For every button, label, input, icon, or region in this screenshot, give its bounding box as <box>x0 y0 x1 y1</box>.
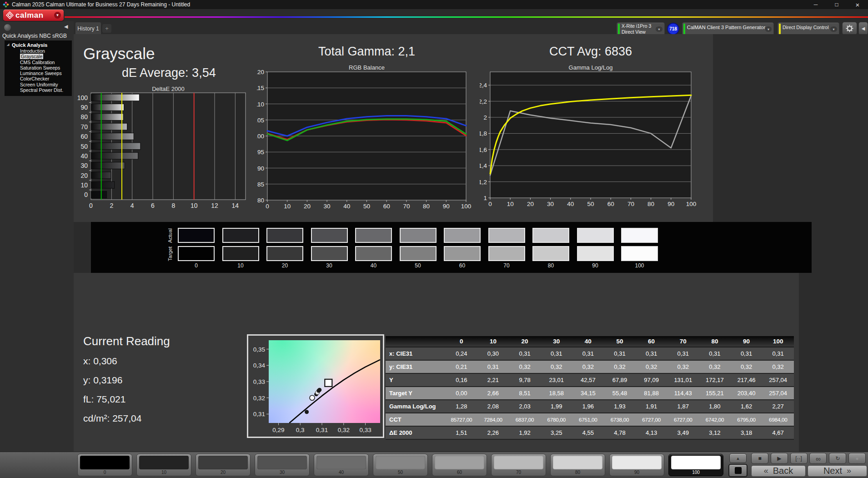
target-swatch-90 <box>577 246 614 261</box>
chevron-down-icon[interactable]: ▼ <box>656 26 662 32</box>
table-cell: 257,04 <box>762 390 794 397</box>
calman-logo-label: calman <box>15 11 44 20</box>
tree-expander-icon[interactable]: ◢ <box>7 43 9 46</box>
pattern-level-button-10[interactable]: 10 <box>136 454 191 476</box>
table-row-gamma-log-log: Gamma Log/Log1,282,082,031,991,961,931,9… <box>386 400 794 413</box>
band-level-label: 70 <box>488 262 525 269</box>
table-cell: 1,51 <box>446 429 477 436</box>
pattern-level-button-70[interactable]: 70 <box>491 454 546 476</box>
back-button[interactable]: «Back <box>751 465 806 477</box>
sidebar-item-saturation-sweeps[interactable]: Saturation Sweeps <box>5 65 72 70</box>
calman-diamond-icon <box>6 11 14 19</box>
sidebar-item-luminance-sweeps[interactable]: Luminance Sweeps <box>5 70 72 76</box>
svg-text:100: 100 <box>461 203 472 210</box>
display-control-name: Direct Display Control <box>783 25 829 30</box>
minimize-button[interactable]: ─ <box>805 0 826 9</box>
continuous-measure-button[interactable]: ∞ <box>809 453 827 464</box>
chevron-down-icon[interactable]: ▼ <box>765 26 772 32</box>
svg-text:0,31: 0,31 <box>253 411 265 418</box>
pattern-level-button-40[interactable]: 40 <box>314 454 369 476</box>
actual-swatch-30 <box>311 228 348 243</box>
level-label: 0 <box>78 470 132 475</box>
settings-button[interactable] <box>842 22 857 35</box>
meter-probe[interactable]: X-Rite i1Pro 3 Direct View ▼ <box>617 22 665 35</box>
pattern-level-button-80[interactable]: 80 <box>550 454 605 476</box>
svg-text:100: 100 <box>257 133 264 140</box>
chevron-down-icon[interactable]: ▼ <box>54 12 61 19</box>
meter-pattern-generator[interactable]: CalMAN Client 3 Pattern Generator ▼ <box>682 22 774 35</box>
table-cell: 6727,00 <box>636 417 667 423</box>
table-cell: 3,18 <box>731 429 763 436</box>
status-led[interactable]: ● <box>848 453 866 464</box>
svg-text:0: 0 <box>266 203 269 210</box>
table-cell: 2,03 <box>509 403 541 410</box>
pattern-level-button-100[interactable]: 100 <box>668 454 723 476</box>
table-cell: 81,88 <box>636 390 667 397</box>
table-cell: 0,31 <box>667 350 699 357</box>
close-button[interactable]: × <box>847 0 868 9</box>
row-label: y: CIE31 <box>386 363 446 370</box>
level-label: 30 <box>255 470 309 475</box>
sidebar-item-introduction[interactable]: Introduction <box>5 48 72 54</box>
level-label: 10 <box>137 470 191 475</box>
workflow-sidebar: ◀ Quick Analysis NBC sRGB ◢ Quick Analys… <box>0 21 74 452</box>
calman-menu-button[interactable]: calman ▼ <box>3 10 64 21</box>
table-cell: 0,31 <box>731 350 763 357</box>
loop-button[interactable]: ↻ <box>829 453 846 464</box>
tab-history-1[interactable]: History 1 <box>75 22 101 35</box>
meter-display-control[interactable]: Direct Display Control ▼ <box>778 22 839 35</box>
next-button[interactable]: Next» <box>808 465 867 477</box>
pattern-window-size-button[interactable] <box>728 464 748 477</box>
svg-text:10: 10 <box>191 202 198 209</box>
table-cell: 55,48 <box>604 390 636 397</box>
svg-text:60: 60 <box>607 201 614 207</box>
sidebar-collapse-button[interactable]: ◀ <box>64 24 68 30</box>
column-header-10: 10 <box>477 338 509 345</box>
table-cell: 1,99 <box>541 403 572 410</box>
band-level-label: 90 <box>577 262 614 269</box>
pattern-level-button-20[interactable]: 20 <box>196 454 251 476</box>
table-cell: 18,58 <box>541 390 572 397</box>
collapse-meters-button[interactable]: ◀ <box>858 22 868 35</box>
table-cell: 6780,00 <box>541 417 572 423</box>
pattern-window-button[interactable]: [··] <box>790 453 808 464</box>
tree-root-quick-analysis[interactable]: ◢ Quick Analysis <box>5 42 72 48</box>
sidebar-item-grayscale[interactable]: Grayscale <box>5 54 72 59</box>
sidebar-item-colorchecker[interactable]: ColorChecker <box>5 76 72 81</box>
add-tab-button[interactable]: + <box>102 24 111 33</box>
svg-text:2: 2 <box>483 114 487 121</box>
restore-button[interactable]: □ <box>826 0 847 9</box>
pattern-generator-status-bar <box>683 24 685 34</box>
svg-text:10: 10 <box>80 181 88 189</box>
pattern-level-button-50[interactable]: 50 <box>373 454 428 476</box>
svg-text:2,2: 2,2 <box>480 98 487 105</box>
column-header-0: 0 <box>446 338 477 345</box>
svg-text:0: 0 <box>89 202 93 209</box>
svg-text:1,8: 1,8 <box>480 130 487 137</box>
table-cell: 0,16 <box>446 377 477 383</box>
table-cell: 0,32 <box>667 363 699 370</box>
back-chevron-icon: « <box>764 466 768 476</box>
play-icon: ▶ <box>777 455 781 462</box>
sidebar-item-cms-calibration[interactable]: CMS Calibration <box>5 60 72 65</box>
reading-y: y: 0,3196 <box>83 375 122 386</box>
stop-button[interactable]: ■ <box>751 453 768 464</box>
level-swatch <box>139 456 189 469</box>
pattern-level-button-60[interactable]: 60 <box>432 454 487 476</box>
play-button[interactable]: ▶ <box>771 453 788 464</box>
expand-pattern-tray-button[interactable]: ▲ <box>729 453 747 463</box>
probe-name: X-Rite i1Pro 3 <box>622 23 651 29</box>
actual-swatch-60 <box>444 228 481 243</box>
pattern-level-button-90[interactable]: 90 <box>609 454 664 476</box>
chevron-down-icon[interactable]: ▼ <box>830 26 837 32</box>
de-average-readout: dE Average: 3,54 <box>122 66 216 80</box>
pattern-level-button-0[interactable]: 0 <box>77 454 132 476</box>
record-dot-icon[interactable] <box>4 24 11 31</box>
sidebar-item-screen-uniformity[interactable]: Screen Uniformity <box>5 82 72 87</box>
table-cell: 9,78 <box>509 377 541 383</box>
svg-text:0,33: 0,33 <box>253 378 265 385</box>
svg-text:90: 90 <box>257 165 264 172</box>
sidebar-item-spectral-power-dist[interactable]: Spectral Power Dist. <box>5 87 72 93</box>
led-icon: ● <box>855 455 858 462</box>
pattern-level-button-30[interactable]: 30 <box>255 454 310 476</box>
